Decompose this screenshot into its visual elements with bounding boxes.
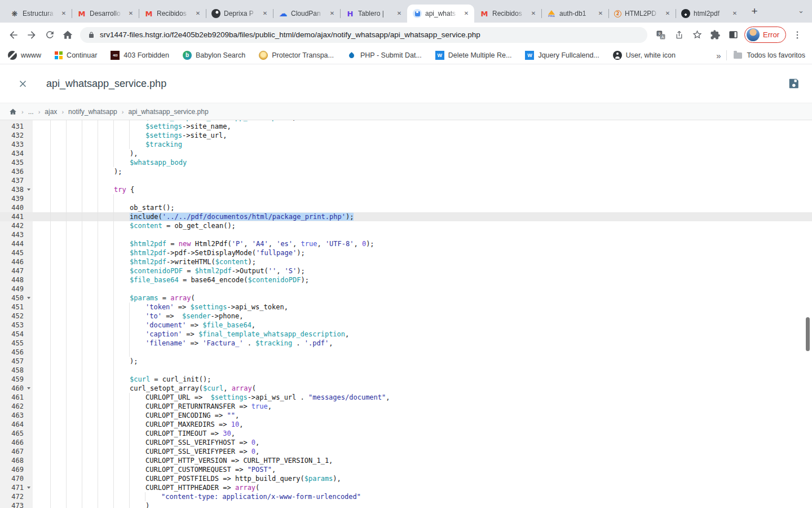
browser-tab[interactable]: Deprixa P✕ bbox=[206, 5, 273, 23]
tab-close-icon[interactable]: ✕ bbox=[261, 9, 270, 18]
code-line[interactable]: 456 bbox=[0, 348, 812, 357]
tab-close-icon[interactable]: ✕ bbox=[663, 9, 672, 18]
code-line[interactable]: 459$curl = curl_init(); bbox=[0, 375, 812, 384]
code-line[interactable]: 447$contenidoPDF = $html2pdf->Output('',… bbox=[0, 266, 812, 275]
code-line[interactable]: 463CURLOPT_ENCODING => "", bbox=[0, 411, 812, 420]
scrollbar-thumb[interactable] bbox=[806, 317, 810, 351]
code-line[interactable]: 468CURLOPT_HTTP_VERSION => CURL_HTTP_VER… bbox=[0, 456, 812, 465]
breadcrumb-item[interactable]: notify_whatsapp bbox=[68, 108, 117, 116]
browser-tab[interactable]: api_whats✕ bbox=[407, 5, 474, 23]
fold-toggle-icon[interactable] bbox=[27, 387, 30, 389]
bookmark-item[interactable]: Babylon Search bbox=[183, 51, 245, 60]
browser-tab[interactable]: Estructura✕ bbox=[5, 5, 72, 23]
tab-search-chevron-icon[interactable]: ⌄ bbox=[798, 6, 804, 15]
bookmark-item[interactable]: Delete Multiple Re... bbox=[435, 51, 512, 60]
code-line[interactable]: 473) bbox=[0, 501, 812, 508]
code-line[interactable]: 472"content-type: application/x-www-form… bbox=[0, 492, 812, 501]
tab-close-icon[interactable]: ✕ bbox=[596, 9, 605, 18]
home-breadcrumb-icon[interactable] bbox=[9, 108, 17, 116]
code-line[interactable]: 450$params = array( bbox=[0, 294, 812, 303]
code-line[interactable]: 432$settings->site_url, bbox=[0, 131, 812, 140]
browser-tab[interactable]: CloudPan✕ bbox=[273, 5, 340, 23]
breadcrumb-item[interactable]: ... bbox=[28, 108, 34, 116]
code-line[interactable]: 452'to' => $sender->phone, bbox=[0, 312, 812, 321]
code-line[interactable]: 455'filename' => 'Factura_' . $tracking … bbox=[0, 339, 812, 348]
bookmarks-overflow-icon[interactable]: » bbox=[716, 51, 721, 60]
code-line[interactable]: 470CURLOPT_POSTFIELDS => http_build_quer… bbox=[0, 474, 812, 483]
code-line[interactable]: 433$tracking bbox=[0, 140, 812, 149]
code-line[interactable]: 466CURLOPT_SSL_VERIFYHOST => 0, bbox=[0, 438, 812, 447]
tab-close-icon[interactable]: ✕ bbox=[126, 9, 135, 18]
home-button[interactable] bbox=[59, 26, 77, 44]
browser-menu-button[interactable] bbox=[788, 26, 806, 44]
code-line[interactable]: 469CURLOPT_CUSTOMREQUEST => "POST", bbox=[0, 465, 812, 474]
share-button[interactable] bbox=[670, 26, 688, 44]
code-line[interactable]: 441include('../../pdf/documentos/html/pa… bbox=[0, 212, 812, 221]
code-line[interactable]: 462CURLOPT_RETURNTRANSFER => true, bbox=[0, 402, 812, 411]
fold-toggle-icon[interactable] bbox=[27, 189, 30, 191]
breadcrumb-item[interactable]: api_whatsapp_service.php bbox=[128, 108, 208, 116]
save-button[interactable] bbox=[787, 77, 801, 90]
browser-tab[interactable]: HTML2PD✕ bbox=[608, 5, 676, 23]
address-bar[interactable]: srv1447-files.hstgr.io/f2e405b2eb9209ba/… bbox=[80, 27, 647, 43]
code-line[interactable]: 437 bbox=[0, 176, 812, 185]
code-line[interactable]: 471CURLOPT_HTTPHEADER => array( bbox=[0, 483, 812, 492]
browser-tab[interactable]: Recibidos✕ bbox=[139, 5, 206, 23]
code-line[interactable]: 445$html2pdf->pdf->SetDisplayMode('fullp… bbox=[0, 248, 812, 257]
code-line[interactable]: 461CURLOPT_URL => $settings->api_ws_url … bbox=[0, 393, 812, 402]
code-line[interactable]: 453'document' => $file_base64, bbox=[0, 321, 812, 330]
code-line[interactable]: 440ob_start(); bbox=[0, 203, 812, 212]
browser-tab[interactable]: auth-db1✕ bbox=[541, 5, 608, 23]
code-line[interactable]: 443 bbox=[0, 230, 812, 239]
code-line[interactable]: 460curl_setopt_array($curl, array( bbox=[0, 384, 812, 393]
tab-close-icon[interactable]: ✕ bbox=[395, 9, 404, 18]
code-line[interactable]: 458 bbox=[0, 366, 812, 375]
bookmark-item[interactable]: User, white icon bbox=[613, 51, 676, 60]
back-button[interactable] bbox=[5, 26, 23, 44]
browser-tab[interactable]: html2pdf✕ bbox=[676, 5, 743, 23]
code-line[interactable]: 457); bbox=[0, 357, 812, 366]
bookmark-item[interactable]: Continuar bbox=[55, 51, 97, 59]
code-line[interactable]: 438try { bbox=[0, 185, 812, 194]
extensions-button[interactable] bbox=[706, 26, 724, 44]
profile-badge[interactable]: Error bbox=[744, 27, 786, 43]
bookmark-item[interactable]: PHP - Submit Dat... bbox=[347, 51, 422, 60]
code-line[interactable]: 465CURLOPT_TIMEOUT => 30, bbox=[0, 429, 812, 438]
tab-close-icon[interactable]: ✕ bbox=[193, 9, 202, 18]
code-line[interactable]: 442$content = ob_get_clean(); bbox=[0, 221, 812, 230]
browser-tab[interactable]: Recibidos✕ bbox=[474, 5, 541, 23]
tab-close-icon[interactable]: ✕ bbox=[328, 9, 337, 18]
browser-tab[interactable]: Desarrollo✕ bbox=[72, 5, 139, 23]
code-line[interactable]: 448$file_base64 = base64_encode($conteni… bbox=[0, 275, 812, 284]
translate-button[interactable]: 文A bbox=[652, 26, 670, 44]
side-panel-button[interactable] bbox=[724, 26, 742, 44]
code-line[interactable]: 467CURLOPT_SSL_VERIFYPEER => 0, bbox=[0, 447, 812, 456]
bookmark-item[interactable]: 403 Forbidden bbox=[111, 51, 169, 60]
code-line[interactable]: 434), bbox=[0, 149, 812, 158]
code-line[interactable]: 431$settings->site_name, bbox=[0, 122, 812, 131]
browser-tab[interactable]: Tablero |✕ bbox=[340, 5, 407, 23]
code-line[interactable]: 454'caption' => $final_template_whatsapp… bbox=[0, 330, 812, 339]
code-line[interactable]: 439 bbox=[0, 194, 812, 203]
bookmark-item[interactable]: Jquery Fullcalend... bbox=[525, 51, 599, 60]
code-line[interactable]: 444$html2pdf = new Html2Pdf('P', 'A4', '… bbox=[0, 239, 812, 248]
tab-close-icon[interactable]: ✕ bbox=[529, 9, 538, 18]
reload-button[interactable] bbox=[41, 26, 59, 44]
bookmark-item[interactable]: wwww bbox=[8, 51, 41, 60]
forward-button[interactable] bbox=[23, 26, 41, 44]
bookmark-star-button[interactable] bbox=[688, 26, 706, 44]
tab-close-icon[interactable]: ✕ bbox=[730, 9, 739, 18]
new-tab-button[interactable]: + bbox=[747, 4, 762, 19]
code-line[interactable]: 464CURLOPT_MAXREDIRS => 10, bbox=[0, 420, 812, 429]
close-editor-button[interactable] bbox=[16, 77, 29, 90]
tab-close-icon[interactable]: ✕ bbox=[59, 9, 68, 18]
fold-toggle-icon[interactable] bbox=[27, 297, 30, 299]
code-line[interactable]: 436); bbox=[0, 167, 812, 176]
all-bookmarks-button[interactable]: Todos los favoritos bbox=[734, 51, 805, 59]
code-line[interactable]: 449 bbox=[0, 284, 812, 294]
code-line[interactable]: 451'token' => $settings->api_ws_token, bbox=[0, 303, 812, 312]
tab-close-icon[interactable]: ✕ bbox=[462, 9, 471, 18]
code-editor[interactable]: 430$final_template_whatsapp_description,… bbox=[0, 120, 812, 508]
code-line[interactable]: 446$html2pdf->writeHTML($content); bbox=[0, 257, 812, 266]
breadcrumb-item[interactable]: ajax bbox=[45, 108, 57, 116]
